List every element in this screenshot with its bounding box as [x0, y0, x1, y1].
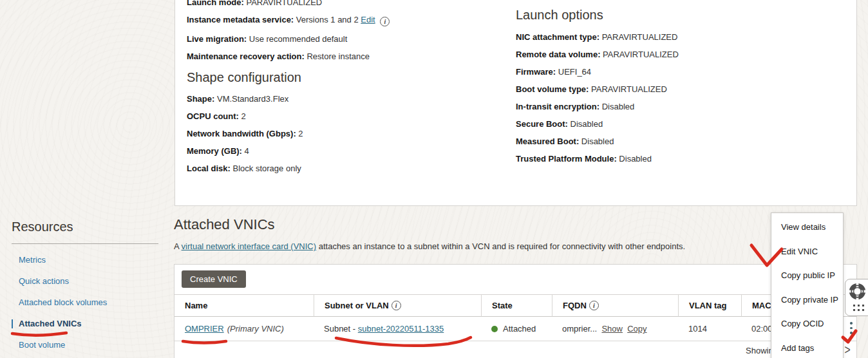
launch-options-title: Launch options	[516, 7, 838, 23]
field-live-migration: Live migration: Use recommended default	[187, 35, 496, 44]
vnic-row-context-menu: View details Edit VNIC Copy public IP Co…	[771, 212, 844, 358]
field-value: Disabled	[619, 154, 652, 164]
field-label: Boot volume type:	[516, 84, 589, 94]
field-shape: Shape: VM.Standard3.Flex	[187, 95, 496, 104]
resources-title: Resources	[12, 220, 158, 234]
column-header-subnet-or-vlan: Subnet or VLANi	[314, 294, 481, 317]
field-label: Memory (GB):	[187, 146, 242, 156]
table-header-row: Name Subnet or VLANi State FQDNi VLAN ta…	[175, 294, 856, 317]
field-label: NIC attachment type:	[516, 32, 599, 42]
next-page-chevron-icon[interactable]: >	[845, 342, 851, 357]
info-icon[interactable]: i	[589, 301, 599, 310]
field-value: Disabled	[581, 137, 614, 146]
sidebar-item-attached-block-volumes[interactable]: Attached block volumes	[12, 298, 158, 307]
field-value: 2	[241, 111, 246, 121]
launch-options-column: Launch options NIC attachment type: PARA…	[516, 7, 838, 172]
vnic-name-link[interactable]: OMPRIER	[185, 324, 224, 334]
field-label: Network bandwidth (Gbps):	[187, 129, 296, 138]
description-suffix: attaches an instance to a subnet within …	[316, 241, 685, 251]
field-label: Shape:	[187, 94, 214, 104]
field-firmware: Firmware: UEFI_64	[516, 68, 838, 77]
field-value: Block storage only	[233, 164, 301, 173]
field-label: Firmware:	[516, 67, 556, 77]
cell-state: Attached	[481, 317, 552, 341]
column-header-vlan-tag: VLAN tag	[678, 294, 741, 317]
field-memory: Memory (GB): 4	[187, 147, 496, 156]
cell-subnet: Subnet - subnet-20220511-1335	[314, 317, 481, 341]
sidebar-item-metrics[interactable]: Metrics	[12, 256, 158, 265]
field-label: In-transit encryption:	[516, 102, 599, 111]
field-local-disk: Local disk: Block storage only	[187, 164, 496, 173]
field-value: PARAVIRTUALIZED	[591, 84, 667, 94]
edit-metadata-link[interactable]: Edit	[361, 15, 375, 24]
field-value: Restore instance	[307, 52, 370, 61]
column-label: State	[492, 301, 513, 310]
vnics-table-card: Create VNIC Name Subnet or VLANi State F…	[174, 264, 857, 358]
field-value: UEFI_64	[558, 67, 591, 77]
cell-name: OMPRIER (Primary VNIC)	[175, 317, 314, 341]
state-label: Attached	[503, 324, 536, 334]
create-vnic-button[interactable]: Create VNIC	[182, 270, 246, 288]
cell-vlan-tag: 1014	[678, 317, 741, 341]
sidebar-item-boot-volume[interactable]: Boot volume	[12, 341, 158, 350]
instance-details-left-column: Launch mode: PARAVIRTUALIZED Instance me…	[187, 0, 496, 182]
column-label: FQDN	[563, 301, 587, 310]
field-label: Instance metadata service:	[187, 15, 294, 24]
field-value: Use recommended default	[249, 34, 347, 44]
field-nic-attachment-type: NIC attachment type: PARAVIRTUALIZED	[516, 33, 838, 42]
fqdn-value: omprier...	[562, 324, 597, 334]
cell-fqdn: omprier... Show Copy	[552, 317, 678, 341]
field-value: 2	[298, 129, 303, 138]
state-attached-dot-icon	[491, 326, 498, 332]
vnics-table: Name Subnet or VLANi State FQDNi VLAN ta…	[175, 294, 856, 341]
floating-tools-panel	[845, 279, 868, 316]
column-header-fqdn: FQDNi	[552, 294, 678, 317]
fqdn-copy-link[interactable]: Copy	[627, 324, 646, 334]
field-value: PARAVIRTUALIZED	[246, 0, 322, 7]
column-header-state: State	[481, 294, 552, 317]
shape-configuration-title: Shape configuration	[187, 70, 496, 85]
primary-vnic-note: (Primary VNIC)	[227, 324, 284, 334]
field-ocpu-count: OCPU count: 2	[187, 112, 496, 121]
column-label: VLAN tag	[689, 301, 727, 310]
attached-vnics-description: A virtual network interface card (VNIC) …	[174, 241, 702, 251]
menu-item-add-tags[interactable]: Add tags	[771, 336, 843, 358]
menu-item-copy-ocid[interactable]: Copy OCID	[771, 312, 843, 336]
field-value: PARAVIRTUALIZED	[603, 50, 679, 59]
field-trusted-platform-module: Trusted Platform Module: Disabled	[516, 155, 838, 164]
sidebar-item-quick-actions[interactable]: Quick actions	[12, 277, 158, 286]
subnet-link[interactable]: subnet-20220511-1335	[358, 324, 444, 334]
attached-vnics-title: Attached VNICs	[174, 216, 275, 233]
menu-item-view-details[interactable]: View details	[771, 215, 843, 240]
sidebar-item-attached-vnics[interactable]: Attached VNICs	[12, 319, 158, 328]
field-network-bandwidth: Network bandwidth (Gbps): 2	[187, 129, 496, 138]
column-label: Subnet or VLAN	[325, 301, 389, 310]
menu-item-copy-private-ip[interactable]: Copy private IP	[771, 288, 843, 312]
description-prefix: A	[174, 241, 182, 251]
field-label: Maintenance recovery action:	[187, 52, 305, 61]
sidebar-divider	[12, 243, 158, 244]
info-icon[interactable]: i	[392, 301, 401, 310]
field-boot-volume-type: Boot volume type: PARAVIRTUALIZED	[516, 85, 838, 94]
fqdn-show-link[interactable]: Show	[601, 324, 623, 334]
row-actions-kebab-icon[interactable]	[848, 322, 854, 337]
subnet-prefix: Subnet -	[324, 324, 355, 334]
vnic-doc-link[interactable]: virtual network interface card (VNIC)	[182, 241, 317, 251]
field-value: PARAVIRTUALIZED	[602, 32, 678, 42]
field-measured-boot: Measured Boot: Disabled	[516, 137, 838, 146]
field-label: Trusted Platform Module:	[516, 154, 617, 164]
field-value: Versions 1 and 2	[296, 15, 359, 24]
field-label: Launch mode:	[187, 0, 244, 7]
field-value: Disabled	[602, 102, 635, 111]
column-header-name: Name	[175, 294, 314, 317]
apps-grid-icon[interactable]	[851, 302, 864, 314]
field-instance-metadata-service: Instance metadata service: Versions 1 an…	[187, 15, 496, 26]
menu-item-copy-public-ip[interactable]: Copy public IP	[771, 263, 843, 288]
support-lifering-icon[interactable]	[849, 283, 866, 300]
vlan-tag-value: 1014	[688, 324, 707, 334]
info-icon[interactable]: i	[380, 17, 390, 26]
menu-item-edit-vnic[interactable]: Edit VNIC	[771, 240, 843, 264]
field-value: Disabled	[571, 119, 603, 129]
resources-sidebar: Resources Metrics Quick actions Attached…	[12, 220, 158, 358]
field-value: VM.Standard3.Flex	[217, 94, 288, 104]
